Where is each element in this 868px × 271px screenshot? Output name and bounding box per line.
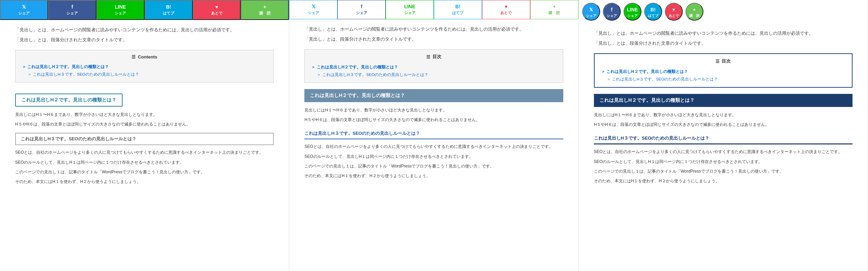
- pocket-label-2: あとで: [500, 10, 512, 15]
- toc-item-6[interactable]: ＞ これは見出しH３です。SEOのための見出しルールとは？: [600, 76, 846, 83]
- line-label-2: シェア: [404, 10, 416, 15]
- h2-heading-3: これは見出しH２です。見出しの種類とは？: [594, 94, 853, 107]
- h3-heading-3: これは見出しH３です。SEOのための見出しルールとは？: [594, 133, 853, 144]
- toc-icon-3: ☰: [715, 59, 720, 64]
- toc-icon-2: ☰: [426, 54, 430, 59]
- facebook-icon: f: [72, 4, 73, 10]
- facebook-share-button-2[interactable]: f シェア: [337, 0, 386, 19]
- panel-1: 𝕏 シェア f シェア LINE シェア B! はてブ ♥ あとで + 購 読 …: [0, 0, 289, 271]
- pocket-share-button[interactable]: ♥ あとで: [193, 0, 241, 20]
- line-label-3: シェア: [627, 13, 638, 18]
- twitter-share-button[interactable]: 𝕏 シェア: [0, 0, 48, 20]
- toc-icon: ☰: [132, 54, 136, 59]
- body-text-6a: SEOとは、自社のホームページをより多くの人に見つけてもらいやすくするために意識…: [594, 148, 853, 155]
- body-text-5b: H５やH６は、段落の文章とほぼ同じサイズの大きさなので滅多に使われることはありま…: [594, 121, 853, 128]
- feedly-share-button-2[interactable]: + 購 読: [530, 0, 578, 19]
- twitter-share-button-3[interactable]: 𝕏 シェア: [582, 3, 600, 21]
- intro-section-3: 「見出し」とは、ホームページの閲覧者に読みやすいコンテンツを作るためには、見出し…: [586, 23, 861, 193]
- h3-heading-2: これは見出しH３です。SEOのための見出しルールとは？: [304, 128, 563, 139]
- intro-text-3: 「見出し」とは、ホームページの閲覧者に読みやすいコンテンツを作るためには、見出し…: [304, 25, 563, 33]
- facebook-icon-2: f: [361, 4, 363, 9]
- feedly-icon-2: +: [553, 4, 556, 9]
- toc-item-4[interactable]: ＞ これは見出しH３です。SEOのための見出しルールとは？: [310, 71, 557, 78]
- share-row-1: 𝕏 シェア f シェア LINE シェア B! はてブ ♥ あとで + 購 読: [0, 0, 289, 20]
- intro-section-2: 「見出し」とは、ホームページの閲覧者に読みやすいコンテンツを作るためには、見出し…: [296, 19, 571, 188]
- feedly-label-2: 購 読: [548, 10, 560, 15]
- intro-text-5: 「見出し」とは、ホームページの閲覧者に読みやすいコンテンツを作るためには、見出し…: [594, 30, 853, 37]
- toc-item-2[interactable]: ＞ これは見出しH３です。SEOのための見出しルールとは？: [21, 71, 268, 78]
- intro-text-1: 「見出し」とは、ホームページの閲覧者に読みやすいコンテンツを作るためには、見出し…: [15, 26, 274, 34]
- pocket-share-button-2[interactable]: ♥ あとで: [482, 0, 530, 19]
- h2-heading-1: これは見出しH２です。見出しの種類とは？: [15, 94, 123, 107]
- pocket-icon: ♥: [215, 4, 218, 10]
- line-share-button-2[interactable]: LINE シェア: [386, 0, 434, 19]
- body-text-4d: そのため、本文にはH１を使わず、H２から使うようにしましょう。: [304, 172, 563, 180]
- line-share-button[interactable]: LINE シェア: [96, 0, 145, 20]
- share-row-3: 𝕏 シェア f シェア LINE シェア B! はてブ ♥ あとで + 購 読: [579, 0, 868, 23]
- hatebu-icon-3: B!: [650, 7, 656, 12]
- hatebu-share-button-2[interactable]: B! はてブ: [434, 0, 482, 19]
- twitter-label-3: シェア: [586, 13, 596, 18]
- line-icon-3: LINE: [627, 7, 638, 12]
- twitter-share-button-2[interactable]: 𝕏 シェア: [289, 0, 337, 19]
- toc-item-5[interactable]: ＞ これは見出しH２です。見出しの種類とは？: [600, 68, 846, 76]
- body-text-4b: SEOのルールとして、見出しH１は同ページ内に１つだけ存在させるべきとされていま…: [304, 153, 563, 160]
- h3-heading-1: これは見出しH３です。SEOのための見出しルールとは？: [15, 133, 274, 145]
- pocket-label-3: あとで: [669, 13, 679, 18]
- body-text-6b: SEOのルールとして、見出しH１は同ページ内に１つだけ存在させるべきとされていま…: [594, 158, 853, 165]
- feedly-icon: +: [263, 4, 266, 10]
- line-label: シェア: [115, 11, 126, 16]
- body-text-6d: そのため、本文にはH１を使わず、H２から使うようにしましょう。: [594, 177, 853, 185]
- facebook-share-button-3[interactable]: f シェア: [603, 3, 621, 21]
- facebook-label-3: シェア: [607, 13, 617, 18]
- body-text-5a: 見出しにはH１〜H６まであり、数字が小さいほど大きな見出しとなります。: [594, 111, 853, 119]
- body-text-4a: SEOとは、自社のホームページをより多くの人に見つけてもらいやすくするために意識…: [304, 143, 563, 150]
- facebook-share-button[interactable]: f シェア: [48, 0, 96, 20]
- hatebu-icon: B!: [166, 4, 171, 10]
- line-icon-2: LINE: [404, 4, 415, 9]
- toc-title-2: ☰ 目次: [310, 54, 557, 60]
- body-text-3a: 見出しにはH１〜H６まであり、数字が小さいほど大きな見出しとなります。: [304, 106, 563, 114]
- facebook-icon-3: f: [611, 7, 613, 12]
- toc-item-3[interactable]: ＞ これは見出しH２です。見出しの種類とは？: [310, 63, 557, 71]
- twitter-icon: 𝕏: [22, 4, 26, 10]
- feedly-label-3: 購 読: [689, 13, 700, 18]
- body-text-2a: SEOとは、自社のホームページをより多くの人に見つけてもらいやすくするために意識…: [15, 149, 274, 156]
- hatebu-icon-2: B!: [456, 4, 461, 9]
- body-text-3b: H５やH６は、段落の文章とほぼ同じサイズの大きさなので滅多に使われることはありま…: [304, 116, 563, 123]
- panel-2: 𝕏 シェア f シェア LINE シェア B! はてブ ♥ あとで + 購 読 …: [289, 0, 578, 271]
- pocket-icon-2: ♥: [505, 4, 508, 9]
- hatebu-share-button-3[interactable]: B! はてブ: [644, 3, 662, 21]
- twitter-label: シェア: [18, 11, 30, 16]
- hatebu-label-3: はてブ: [648, 13, 658, 18]
- feedly-label: 購 読: [259, 11, 271, 16]
- panel-3: 𝕏 シェア f シェア LINE シェア B! はてブ ♥ あとで + 購 読 …: [579, 0, 868, 271]
- pocket-label: あとで: [211, 11, 222, 16]
- body-text-6c: このページでの見出し１は、記事のタイトル「WordPressでブログを書こう！見…: [594, 167, 853, 175]
- body-text-2b: SEOのルールとして、見出しH１は同ページ内に１つだけ存在させるべきとされていま…: [15, 159, 274, 166]
- line-share-button-3[interactable]: LINE シェア: [624, 3, 641, 21]
- hatebu-label-2: はてブ: [452, 10, 463, 15]
- toc-title-1: ☰ Contents: [21, 54, 268, 59]
- toc-title-3: ☰ 目次: [600, 58, 846, 64]
- feedly-icon-3: +: [693, 7, 696, 12]
- twitter-icon-2: 𝕏: [312, 4, 315, 9]
- facebook-label-2: シェア: [356, 10, 367, 15]
- hatebu-share-button[interactable]: B! はてブ: [145, 0, 193, 20]
- body-text-4c: このページでの見出し１は、記事のタイトル「WordPressでブログを書こう！見…: [304, 162, 563, 170]
- feedly-share-button[interactable]: + 購 読: [241, 0, 289, 20]
- facebook-label: シェア: [66, 11, 78, 16]
- toc-box-2: ☰ 目次 ＞ これは見出しH２です。見出しの種類とは？ ＞ これは見出しH３です…: [304, 49, 563, 83]
- intro-text-2: 「見出し」とは、段落分けされた文章のタイトルです。: [15, 36, 274, 44]
- line-icon: LINE: [115, 4, 126, 10]
- toc-item-1[interactable]: ＞ これは見出しH２です。見出しの種類とは？: [21, 63, 268, 71]
- feedly-share-button-3[interactable]: + 購 読: [686, 3, 703, 21]
- intro-text-4: 「見出し」とは、段落分けされた文章のタイトルです。: [304, 35, 563, 43]
- body-text-1b: H５やH６は、段落の文章とほぼ同じサイズの大きさなので滅多に使われることはありま…: [15, 120, 274, 128]
- body-text-1a: 見出しにはH１〜H６まであり、数字が小さいほど大きな見出しとなります。: [15, 111, 274, 118]
- body-text-2d: そのため、本文にはH１を使わず、H２から使うようにしましょう。: [15, 178, 274, 185]
- pocket-share-button-3[interactable]: ♥ あとで: [665, 3, 683, 21]
- intro-section-1: 「見出し」とは、ホームページの閲覧者に読みやすいコンテンツを作るためには、見出し…: [7, 20, 282, 194]
- body-text-2c: このページでの見出し１は、記事のタイトル「WordPressでブログを書こう！見…: [15, 168, 274, 176]
- twitter-icon-3: 𝕏: [589, 7, 593, 12]
